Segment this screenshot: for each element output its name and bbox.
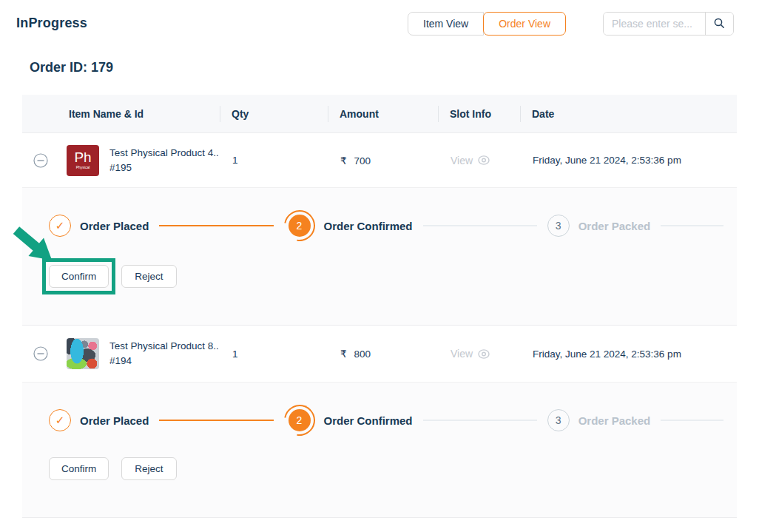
step-label: Order Placed	[80, 414, 149, 427]
currency-symbol: ₹	[340, 349, 347, 360]
step-check-circle: ✓	[49, 215, 71, 237]
column-header-slot: Slot Info	[438, 108, 520, 120]
item-name: Test Physical Product 4..	[109, 146, 219, 161]
order-stepper: ✓ Order Placed 2 Order Confirmed 3 Order…	[49, 215, 725, 237]
amount-value: 800	[354, 349, 371, 360]
step-number-circle: 3	[547, 215, 570, 237]
item-cell: Test Physical Product 8.. #194	[22, 338, 220, 369]
table-row: Test Physical Product 8.. #194 1 ₹800 Vi…	[22, 326, 737, 383]
step-number-circle: 2	[289, 409, 311, 431]
item-name-id: Test Physical Product 4.. #195	[109, 146, 219, 175]
step-label: Order Confirmed	[324, 414, 413, 427]
stepper-connector	[159, 225, 273, 226]
order-id-heading: Order ID: 179	[30, 60, 759, 75]
check-icon: ✓	[55, 219, 65, 232]
step-label: Order Packed	[578, 220, 651, 232]
step-number-circle: 3	[547, 409, 570, 431]
reject-button[interactable]: Reject	[121, 265, 176, 288]
stepper-connector	[661, 420, 723, 421]
qty-cell: 1	[220, 155, 328, 166]
currency-symbol: ₹	[340, 155, 347, 166]
step-order-confirmed: 2 Order Confirmed	[284, 409, 413, 431]
step-order-packed: 3 Order Packed	[547, 215, 651, 237]
column-header-qty: Qty	[220, 108, 328, 120]
product-thumbnail: Ph Physical	[67, 145, 99, 176]
collapse-row-icon[interactable]	[33, 153, 48, 168]
column-header-date: Date	[520, 108, 737, 120]
order-actions: Confirm Reject	[49, 457, 725, 480]
stepper-connector	[661, 225, 723, 226]
order-actions: Confirm Reject	[49, 265, 725, 288]
order-view-button[interactable]: Order View	[483, 12, 566, 36]
slot-info-cell[interactable]: View	[438, 348, 520, 360]
product-thumbnail	[67, 338, 99, 369]
top-bar: InProgress Item View Order View	[0, 0, 759, 36]
search-button[interactable]	[705, 13, 733, 35]
page-title: InProgress	[16, 16, 87, 31]
stepper-connector	[423, 420, 537, 421]
step-order-placed: ✓ Order Placed	[49, 409, 149, 431]
step-order-placed: ✓ Order Placed	[49, 215, 149, 237]
thumb-label: Ph	[74, 150, 91, 165]
item-id: #195	[109, 161, 219, 175]
view-label: View	[451, 155, 473, 166]
stepper-connector	[159, 420, 273, 421]
reject-button[interactable]: Reject	[121, 457, 176, 480]
item-id: #194	[109, 354, 219, 368]
step-label: Order Placed	[80, 220, 149, 232]
date-cell: Friday, June 21 2024, 2:53:36 pm	[520, 349, 737, 360]
confirm-button[interactable]: Confirm	[49, 265, 109, 288]
table-row: Ph Physical Test Physical Product 4.. #1…	[22, 133, 737, 188]
item-name: Test Physical Product 8..	[109, 339, 219, 354]
step-label: Order Confirmed	[324, 220, 413, 232]
item-name-id: Test Physical Product 8.. #194	[109, 339, 219, 368]
view-toggle: Item View Order View	[408, 12, 566, 36]
collapse-row-icon[interactable]	[33, 346, 48, 361]
amount-cell: ₹700	[328, 155, 438, 166]
check-icon: ✓	[55, 414, 65, 427]
slot-info-cell[interactable]: View	[438, 155, 520, 166]
search-input[interactable]	[604, 13, 705, 35]
thumb-sublabel: Physical	[76, 165, 90, 170]
eye-icon	[478, 155, 490, 165]
step-label: Order Packed	[578, 414, 651, 427]
search-icon	[713, 17, 726, 30]
column-header-amount: Amount	[328, 108, 438, 120]
amount-value: 700	[354, 155, 371, 166]
date-cell: Friday, June 21 2024, 2:53:36 pm	[520, 155, 737, 166]
table-header-row: Item Name & Id Qty Amount Slot Info Date	[22, 95, 737, 133]
confirm-button[interactable]: Confirm	[49, 457, 109, 480]
order-stepper: ✓ Order Placed 2 Order Confirmed 3 Order…	[49, 409, 725, 431]
search-box	[603, 12, 734, 36]
order-table: Item Name & Id Qty Amount Slot Info Date…	[22, 95, 737, 518]
amount-cell: ₹800	[328, 348, 438, 360]
qty-cell: 1	[220, 349, 328, 360]
confirm-button-wrap: Confirm	[49, 265, 109, 288]
view-label: View	[451, 348, 473, 360]
stepper-connector	[423, 225, 537, 226]
step-check-circle: ✓	[49, 409, 71, 431]
item-view-button[interactable]: Item View	[408, 12, 484, 36]
step-order-packed: 3 Order Packed	[547, 409, 651, 431]
item-cell: Ph Physical Test Physical Product 4.. #1…	[22, 145, 220, 176]
order-status-panel: ✓ Order Placed 2 Order Confirmed 3 Order…	[22, 188, 737, 326]
eye-icon	[478, 349, 490, 359]
step-number-circle: 2	[289, 215, 311, 237]
step-order-confirmed: 2 Order Confirmed	[284, 215, 413, 237]
column-header-item: Item Name & Id	[22, 108, 220, 120]
order-status-panel: ✓ Order Placed 2 Order Confirmed 3 Order…	[22, 383, 737, 518]
